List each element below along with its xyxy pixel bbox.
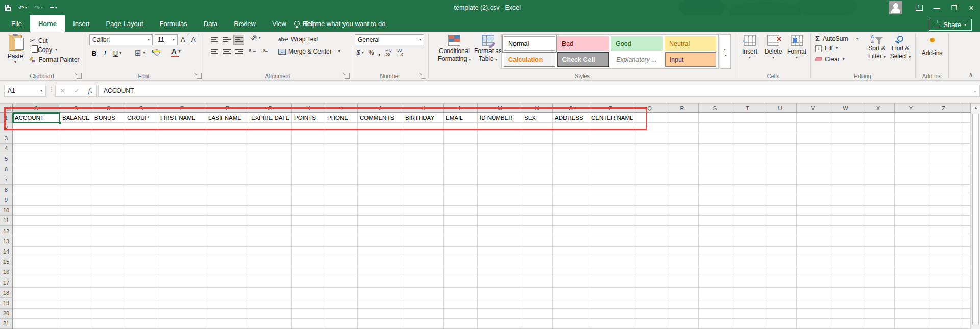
redo-button[interactable]: ↷▾ [34,4,43,12]
minimize-button[interactable]: — [928,0,945,15]
column-header-P[interactable]: P [589,104,633,113]
cell-M1[interactable]: ID NUMBER [478,113,522,123]
addins-button[interactable]: Add-ins [919,36,945,57]
format-painter-button[interactable]: Format Painter [30,56,79,63]
bold-button[interactable]: B [92,49,96,57]
column-header-E[interactable]: E [158,104,206,113]
column-header-T[interactable]: T [731,104,764,113]
select-all-button[interactable] [0,104,13,113]
row-header-21[interactable]: 21 [0,319,13,329]
scrollbar-thumb[interactable] [972,114,979,325]
cut-button[interactable]: ✂ Cut [30,37,48,44]
insert-cells-button[interactable]: ← Insert ▾ [739,35,761,60]
row-header-1[interactable]: 1 [0,113,13,123]
cell-E1[interactable]: FIRST NAME [158,113,206,123]
italic-button[interactable]: I [104,49,106,57]
column-header-O[interactable]: O [553,104,589,113]
styles-gallery-more-button[interactable]: ⌄⌄ [720,34,731,69]
conditional-formatting-button[interactable]: Conditional Formatting ▾ [436,35,472,63]
font-name-combo[interactable]: Calibri ▾ [89,34,153,45]
cell-I1[interactable]: PHONE [325,113,358,123]
insert-function-icon[interactable]: fx [88,87,92,95]
accounting-format-button[interactable]: $▾ [357,49,364,56]
paste-button[interactable]: Paste ▾ [4,35,27,64]
cell-style-neutral[interactable]: Neutral [665,36,716,51]
row-header-14[interactable]: 14 [0,246,13,257]
column-header-D[interactable]: D [125,104,158,113]
increase-indent-button[interactable]: ⇥≡ [261,47,268,54]
cell-L1[interactable]: EMAIL [444,113,478,123]
row-header-6[interactable]: 6 [0,164,13,174]
column-header-U[interactable]: U [764,104,797,113]
cell-style-normal[interactable]: Normal [504,36,555,51]
row-header-4[interactable]: 4 [0,144,13,154]
increase-decimal-button[interactable]: ←.0.00 [385,48,392,57]
cell-F1[interactable]: LAST NAME [206,113,249,123]
row-header-18[interactable]: 18 [0,288,13,298]
formula-bar-grip[interactable]: ⋮ [48,86,55,93]
tab-formulas[interactable]: Formulas [152,15,195,32]
top-align-button[interactable] [209,35,220,45]
row-header-10[interactable]: 10 [0,206,13,216]
tab-home[interactable]: Home [30,15,65,32]
column-header-H[interactable]: H [292,104,325,113]
row-header-3[interactable]: 3 [0,133,13,143]
clear-button[interactable]: Clear ▾ [815,56,845,63]
column-header-Z[interactable]: Z [927,104,960,113]
tab-data[interactable]: Data [195,15,226,32]
merge-center-button[interactable]: ↔ Merge & Center ▾ [278,48,340,55]
column-header-Q[interactable]: Q [633,104,666,113]
row-header-16[interactable]: 16 [0,267,13,277]
align-center-button[interactable] [221,47,232,57]
cell-N1[interactable]: SEX [522,113,553,123]
sort-filter-button[interactable]: AZ Sort & Filter ▾ [865,35,889,60]
underline-button[interactable]: U▾ [113,49,121,57]
column-header-A[interactable]: A [13,104,60,113]
expand-formula-bar-icon[interactable]: ⌄ [973,88,977,93]
restore-button[interactable]: ❐ [945,0,963,15]
column-header-W[interactable]: W [829,104,862,113]
column-header-F[interactable]: F [206,104,249,113]
row-header-12[interactable]: 12 [0,226,13,236]
column-header-S[interactable]: S [699,104,731,113]
cell-C1[interactable]: BONUS [92,113,125,123]
cell-style-explanatory-[interactable]: Explanatory ... [611,52,663,67]
row-header-8[interactable]: 8 [0,185,13,195]
column-header-partial[interactable] [960,104,971,113]
undo-button[interactable]: ↶▾ [18,4,27,12]
copy-button[interactable]: Copy ▾ [30,46,57,54]
number-format-combo[interactable]: General ▾ [355,34,424,45]
tab-file[interactable]: File [3,15,30,32]
row-header-5[interactable]: 5 [0,154,13,164]
collapse-ribbon-button[interactable]: ∧ [969,71,973,78]
share-button[interactable]: Share ▾ [929,19,972,31]
format-as-table-button[interactable]: Format as Table ▾ [473,35,503,63]
alignment-dialog-launcher[interactable] [345,73,350,79]
cell-H1[interactable]: POINTS [292,113,325,123]
cell-style-check-cell[interactable]: Check Cell [557,52,610,67]
align-left-button[interactable] [209,47,220,57]
scroll-up-arrow-icon[interactable]: ▲ [971,104,980,112]
row-header-19[interactable]: 19 [0,298,13,308]
fill-handle[interactable] [59,122,62,125]
cell-style-good[interactable]: Good [611,36,663,51]
user-avatar[interactable] [889,1,902,14]
tab-review[interactable]: Review [226,15,264,32]
find-select-button[interactable]: Find & Select ▾ [889,35,912,60]
cell-B1[interactable]: BALANCE [60,113,92,123]
align-right-button[interactable] [233,47,244,57]
row-header-7[interactable]: 7 [0,174,13,185]
cell-style-input[interactable]: Input [665,52,717,67]
row-header-13[interactable]: 13 [0,236,13,246]
fill-button[interactable]: ↓ Fill ▾ [815,45,838,52]
font-color-button[interactable]: A ▾ [172,47,180,55]
enter-icon[interactable]: ✓ [74,87,79,94]
middle-align-button[interactable] [221,35,232,45]
column-header-I[interactable]: I [325,104,358,113]
decrease-decimal-button[interactable]: .00→.0 [396,48,403,57]
font-dialog-launcher[interactable] [197,73,202,79]
row-header-20[interactable]: 20 [0,309,13,319]
customize-qat-button[interactable]: ▾ [50,6,57,10]
column-header-J[interactable]: J [358,104,403,113]
column-header-V[interactable]: V [797,104,829,113]
